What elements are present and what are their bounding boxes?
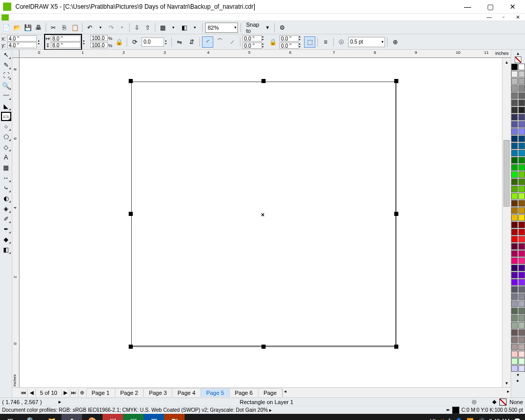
color-swatch[interactable] bbox=[511, 322, 518, 329]
tray-people-icon[interactable]: 👤 bbox=[455, 418, 462, 421]
color-swatch[interactable] bbox=[511, 286, 518, 293]
scroll-thumb[interactable] bbox=[503, 140, 510, 207]
color-swatch[interactable] bbox=[511, 351, 518, 357]
last-page-button[interactable]: ⏭ bbox=[70, 389, 78, 397]
color-swatch[interactable] bbox=[518, 78, 525, 85]
x-position-input[interactable] bbox=[7, 35, 37, 42]
to-front-button[interactable]: ⊕ bbox=[390, 36, 401, 48]
color-swatch[interactable] bbox=[511, 71, 518, 77]
color-swatch[interactable] bbox=[518, 329, 525, 336]
color-swatch[interactable] bbox=[518, 236, 525, 243]
outline-swatch[interactable] bbox=[452, 407, 459, 414]
color-swatch[interactable] bbox=[511, 107, 518, 113]
basic-shapes-tool[interactable]: ◇ bbox=[1, 143, 11, 152]
task-search[interactable]: 🔍 bbox=[21, 414, 41, 420]
width-input[interactable] bbox=[51, 35, 80, 42]
color-swatch[interactable] bbox=[518, 265, 525, 271]
color-swatch[interactable] bbox=[518, 200, 525, 207]
color-swatch[interactable] bbox=[518, 92, 525, 99]
scale-x-input[interactable] bbox=[90, 35, 108, 41]
color-swatch[interactable] bbox=[511, 128, 518, 135]
start-button[interactable]: ⊞ bbox=[0, 414, 21, 420]
color-swatch[interactable] bbox=[518, 107, 525, 113]
color-swatch[interactable] bbox=[518, 358, 525, 365]
chamfer-corner-button[interactable]: ⟋ bbox=[227, 36, 238, 48]
color-swatch[interactable] bbox=[518, 64, 525, 70]
print-button[interactable]: 🖶 bbox=[34, 23, 43, 32]
position-spinner[interactable] bbox=[38, 39, 42, 45]
color-swatch[interactable] bbox=[518, 171, 525, 178]
color-swatch[interactable] bbox=[511, 301, 518, 307]
color-swatch[interactable] bbox=[518, 128, 525, 135]
page-tab-2[interactable]: Page 2 bbox=[115, 388, 144, 397]
color-swatch[interactable] bbox=[518, 315, 525, 322]
color-swatch[interactable] bbox=[518, 114, 525, 121]
handle-bot-right[interactable] bbox=[394, 345, 398, 349]
ellipse-tool[interactable]: ○ bbox=[1, 122, 11, 131]
smart-fill-tool[interactable]: ◣ bbox=[1, 102, 11, 111]
color-swatch[interactable] bbox=[511, 250, 518, 257]
tray-ime[interactable]: अ bbox=[440, 418, 444, 421]
paste-button[interactable]: 📋 bbox=[70, 23, 79, 32]
tray-clock[interactable]: 8:49 AM bbox=[489, 418, 510, 420]
color-swatch[interactable] bbox=[518, 293, 525, 300]
minimize-button[interactable]: — bbox=[456, 1, 479, 13]
vertical-ruler[interactable]: 8 6 4 2 0 inches bbox=[12, 58, 19, 387]
color-swatch[interactable] bbox=[518, 301, 525, 307]
page-tab-1[interactable]: Page 1 bbox=[87, 388, 115, 397]
next-page-button[interactable]: ▶ bbox=[62, 389, 70, 397]
color-swatch[interactable] bbox=[511, 365, 518, 372]
color-swatch[interactable] bbox=[518, 322, 525, 329]
connector-tool[interactable]: ⤷ bbox=[1, 184, 11, 193]
color-swatch[interactable] bbox=[511, 200, 518, 207]
height-input[interactable] bbox=[51, 42, 80, 48]
rotation-input[interactable]: 0.0 bbox=[142, 37, 164, 47]
color-swatch[interactable] bbox=[518, 178, 525, 185]
task-app-2[interactable]: ▣ bbox=[103, 414, 123, 420]
color-swatch[interactable] bbox=[511, 329, 518, 336]
interactive-fill-tool[interactable]: ◧ bbox=[1, 245, 11, 254]
color-swatch[interactable] bbox=[518, 85, 525, 92]
prev-page-button[interactable]: ◀ bbox=[28, 389, 36, 397]
freehand-tool[interactable]: 〰 bbox=[1, 91, 11, 101]
color-swatch[interactable] bbox=[511, 135, 518, 142]
task-coreldraw[interactable]: ◆ bbox=[62, 414, 82, 420]
task-app-1[interactable]: 🎨 bbox=[82, 414, 103, 420]
tray-wifi-icon[interactable]: 📶 bbox=[467, 418, 474, 421]
color-swatch[interactable] bbox=[511, 243, 518, 250]
color-swatch[interactable] bbox=[511, 186, 518, 192]
open-button[interactable]: 📂 bbox=[12, 23, 22, 32]
page-tab-7[interactable]: Page bbox=[258, 388, 282, 397]
pick-tool[interactable]: ↖ bbox=[1, 50, 11, 59]
task-explorer[interactable]: 📁 bbox=[41, 414, 62, 420]
handle-bot-mid[interactable] bbox=[261, 345, 266, 349]
import-button[interactable]: ⇩ bbox=[132, 23, 142, 32]
round-corner-button[interactable]: ◜ bbox=[202, 36, 213, 48]
color-swatch[interactable] bbox=[511, 236, 518, 243]
color-proof-icon[interactable]: ◎ bbox=[472, 398, 477, 405]
color-swatch[interactable] bbox=[511, 272, 518, 278]
app-launcher-dropdown[interactable]: ▾ bbox=[169, 23, 178, 32]
color-swatch[interactable] bbox=[518, 121, 525, 128]
color-swatch[interactable] bbox=[511, 193, 518, 199]
page-tab-3[interactable]: Page 3 bbox=[144, 388, 172, 397]
color-swatch[interactable] bbox=[518, 308, 525, 314]
color-swatch[interactable] bbox=[511, 99, 518, 106]
child-close-button[interactable]: ✕ bbox=[511, 14, 525, 21]
color-swatch[interactable] bbox=[518, 186, 525, 192]
options-button[interactable]: ⚙ bbox=[277, 23, 287, 32]
color-swatch[interactable] bbox=[518, 150, 525, 156]
color-swatch[interactable] bbox=[518, 207, 525, 214]
scallop-corner-button[interactable]: ⌒ bbox=[214, 36, 226, 48]
color-swatch[interactable] bbox=[511, 308, 518, 314]
color-swatch[interactable] bbox=[518, 336, 525, 343]
handle-top-mid[interactable] bbox=[261, 79, 266, 83]
no-color-swatch[interactable] bbox=[515, 56, 521, 63]
color-swatch[interactable] bbox=[511, 85, 518, 92]
palette-scroll-up[interactable]: ▴ bbox=[517, 51, 519, 56]
text-tool[interactable]: A bbox=[1, 153, 11, 162]
blend-tool[interactable]: ◐ bbox=[1, 194, 11, 203]
table-tool[interactable]: ▦ bbox=[1, 163, 11, 172]
dimension-tool[interactable]: ↔ bbox=[1, 173, 11, 183]
redo-button[interactable]: ↷ bbox=[107, 23, 116, 32]
